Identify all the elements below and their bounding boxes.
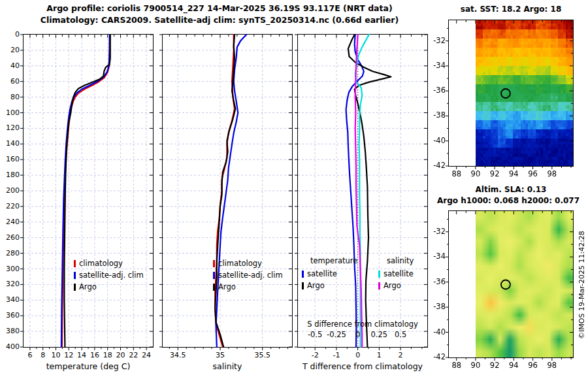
legend-item: Argo xyxy=(378,280,414,291)
tdiff-plot-canvas xyxy=(298,35,427,347)
legend-line-swatch xyxy=(74,260,76,267)
sla-map-title-line1: Altim. SLA: 0.13 xyxy=(418,185,588,194)
salinity-xtick-label: 34.5 xyxy=(161,351,194,359)
sst-lat-tick-label: -38 xyxy=(424,111,446,120)
legend-item-label: climatology xyxy=(218,259,262,268)
sla-lat-tick-label: -38 xyxy=(424,303,446,311)
legend-line-swatch xyxy=(378,271,380,278)
tdiff-profile-panel: -2-1012S difference from climatology-0.5… xyxy=(297,34,428,348)
legend-item: climatology xyxy=(213,257,283,269)
depth-tick-label: 80 xyxy=(0,93,20,101)
s-difference-tick-label: 0.5 xyxy=(384,331,417,339)
sla-lat-tick-label: -36 xyxy=(424,278,446,286)
salinity-axis-label: salinity xyxy=(162,361,293,371)
copyright-stamp: ©IMOS 19-Mar-2025 11:42:28 xyxy=(578,211,586,359)
legend-item-label: satellite xyxy=(384,269,414,278)
sst-lat-tick-label: -34 xyxy=(424,61,446,70)
depth-tick-label: 320 xyxy=(0,280,20,288)
sst-lat-tick-label: -36 xyxy=(424,86,446,95)
depth-tick-label: 200 xyxy=(0,186,20,195)
legend-header: salinity xyxy=(378,256,414,268)
depth-tick-label: 40 xyxy=(0,61,20,70)
legend-item-label: satellite-adj. clim xyxy=(218,271,283,280)
legend-item-label: satellite-adj. clim xyxy=(79,271,144,280)
tdiff-axis-label: T difference from climatology xyxy=(297,361,428,371)
salinity-plot-canvas xyxy=(163,35,292,347)
argo-float-location-marker xyxy=(501,89,510,98)
sst-lon-tick-label: 98 xyxy=(539,170,565,178)
legend-line-swatch xyxy=(302,282,304,289)
temperature-profile-panel: 6810121416182022240204060801001201401601… xyxy=(23,34,154,348)
depth-tick-label: 280 xyxy=(0,249,20,257)
legend-header: temperature xyxy=(302,256,357,268)
legend-line-swatch xyxy=(213,260,215,267)
temperature-legend: climatologysatellite-adj. climArgo xyxy=(74,257,144,293)
depth-tick-label: 260 xyxy=(0,233,20,242)
sst-map-overlay xyxy=(449,20,573,166)
temperature-plot-canvas xyxy=(24,35,153,347)
sla-lat-tick-label: -34 xyxy=(424,252,446,261)
legend-item-label: Argo xyxy=(384,281,401,290)
tdiff-xtick-label: 2 xyxy=(384,351,417,359)
depth-tick-label: 140 xyxy=(0,139,20,148)
legend-item-label: Argo xyxy=(218,282,236,291)
legend-item: Argo xyxy=(74,281,144,293)
s-difference-axis-label: S difference from climatology xyxy=(298,320,427,329)
legend-line-swatch xyxy=(74,284,76,291)
legend-item-label: Argo xyxy=(79,282,97,291)
tdiff-salinity-legend: salinitysatelliteArgo xyxy=(378,256,414,291)
temperature-axis-label: temperature (deg C) xyxy=(23,361,154,371)
legend-line-swatch xyxy=(74,272,76,279)
temperature-xtick-label: 24 xyxy=(130,351,163,359)
salinity-profile-panel: 34.53535.5 xyxy=(162,34,293,348)
depth-tick-label: 300 xyxy=(0,265,20,273)
sla-map-title-line2: Argo h1000: 0.068 h2000: 0.077 xyxy=(414,196,588,205)
legend-line-swatch xyxy=(213,284,215,291)
argo-float-location-marker xyxy=(501,280,510,289)
salinity-legend: climatologysatellite-adj. climArgo xyxy=(213,257,283,293)
depth-tick-label: 20 xyxy=(0,46,20,54)
depth-tick-label: 0 xyxy=(0,30,20,39)
legend-item-label: satellite xyxy=(307,269,337,278)
sla-lat-tick-label: -42 xyxy=(424,353,446,361)
sst-map-title: sat. SST: 18.2 Argo: 18 xyxy=(418,5,588,14)
depth-tick-label: 400 xyxy=(0,342,20,351)
legend-item: Argo xyxy=(302,280,357,291)
figure-title-line1: Argo profile: coriolis 7900514_227 14-Ma… xyxy=(0,3,439,13)
depth-tick-label: 340 xyxy=(0,295,20,304)
legend-item: climatology xyxy=(74,257,144,269)
argo-profile-figure: Argo profile: coriolis 7900514_227 14-Ma… xyxy=(0,0,588,379)
legend-item-label: Argo xyxy=(307,281,325,290)
sla-map: 889092949698-32-34-36-38-40-42 xyxy=(448,210,574,358)
depth-tick-label: 160 xyxy=(0,155,20,163)
depth-tick-label: 240 xyxy=(0,218,20,226)
legend-item: satellite xyxy=(378,268,414,280)
depth-tick-label: 60 xyxy=(0,77,20,86)
sst-lat-tick-label: -32 xyxy=(424,37,446,45)
legend-line-swatch xyxy=(378,282,380,289)
sla-lat-tick-label: -40 xyxy=(424,328,446,337)
sst-lat-tick-label: -40 xyxy=(424,137,446,145)
depth-tick-label: 100 xyxy=(0,108,20,117)
sst-lat-tick-label: -42 xyxy=(424,161,446,170)
legend-item: satellite xyxy=(302,268,357,280)
legend-item-label: climatology xyxy=(79,259,123,268)
depth-tick-label: 220 xyxy=(0,202,20,210)
depth-tick-label: 180 xyxy=(0,171,20,179)
legend-line-swatch xyxy=(302,271,304,278)
sst-map: 889092949698-32-34-36-38-40-42 xyxy=(448,20,574,167)
depth-tick-label: 120 xyxy=(0,124,20,132)
salinity-xtick-label: 35.5 xyxy=(246,351,279,359)
figure-title-line2: Climatology: CARS2009. Satellite-adj cli… xyxy=(0,15,439,25)
sla-lon-tick-label: 98 xyxy=(539,361,565,370)
tdiff-temperature-legend: temperaturesatelliteArgo xyxy=(302,256,357,291)
legend-line-swatch xyxy=(213,272,215,279)
sla-map-overlay xyxy=(449,211,573,357)
depth-tick-label: 380 xyxy=(0,327,20,335)
legend-item: Argo xyxy=(213,281,283,293)
depth-tick-label: 360 xyxy=(0,311,20,320)
sla-lat-tick-label: -32 xyxy=(424,227,446,236)
salinity-xtick-label: 35 xyxy=(204,351,237,359)
legend-item: satellite-adj. clim xyxy=(74,269,144,281)
legend-item: satellite-adj. clim xyxy=(213,269,283,281)
